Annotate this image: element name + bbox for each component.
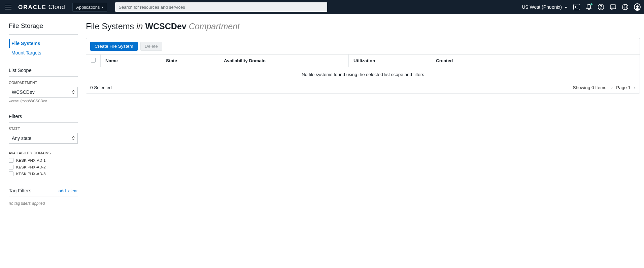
col-ad[interactable]: Availability Domain: [219, 54, 349, 67]
sidebar-item-file-systems[interactable]: File Systems: [9, 39, 79, 48]
state-select[interactable]: Any state: [9, 133, 78, 144]
svg-rect-3: [610, 5, 616, 9]
sidebar-item-mount-targets[interactable]: Mount Targets: [9, 48, 79, 58]
chevron-down-icon: [563, 4, 567, 10]
globe-icon[interactable]: [622, 4, 629, 10]
ad-filter-item: KESK:PHX-AD-2: [9, 164, 79, 170]
title-resource: File Systems: [86, 22, 134, 31]
notifications-icon[interactable]: [585, 4, 592, 10]
svg-point-2: [601, 8, 601, 9]
ad-filter-item: KESK:PHX-AD-3: [9, 170, 79, 177]
col-checkbox: [86, 54, 101, 67]
main-content: File Systems in WCSCDev Compartment Crea…: [79, 14, 644, 217]
filters-heading: Filters: [9, 114, 79, 119]
compartment-value: WCSCDev: [12, 89, 35, 95]
sidebar-title: File Storage: [9, 22, 79, 30]
selected-count: 0 Selected: [90, 85, 112, 90]
list-scope-section: List Scope COMPARTMENT WCSCDev wccoci (r…: [9, 68, 79, 103]
page-title: File Systems in WCSCDev Compartment: [86, 22, 640, 31]
col-state[interactable]: State: [161, 54, 219, 67]
search-input[interactable]: [115, 2, 327, 12]
separator: |: [66, 188, 67, 193]
menu-icon[interactable]: [5, 5, 11, 9]
ad-filter-item: KESK:PHX-AD-1: [9, 157, 79, 164]
file-systems-table: Name State Availability Domain Utilizati…: [86, 54, 640, 82]
tag-clear-link[interactable]: clear: [68, 188, 78, 193]
select-chevron-icon: [72, 90, 75, 94]
tag-add-link[interactable]: add: [59, 188, 66, 193]
chevron-right-icon: [101, 5, 103, 10]
help-icon[interactable]: [598, 4, 604, 10]
compartment-breadcrumb: wccoci (root)/WCSCDev: [9, 99, 79, 103]
ad-filter-list: KESK:PHX-AD-1 KESK:PHX-AD-2 KESK:PHX-AD-…: [9, 157, 79, 177]
empty-row: No file systems found using the selected…: [86, 67, 640, 82]
region-label: US West (Phoenix): [522, 4, 562, 10]
sidebar-item-label: File Systems: [11, 41, 40, 46]
profile-icon[interactable]: [634, 4, 641, 10]
pager: Showing 0 Items ‹ Page 1 ›: [573, 85, 636, 90]
next-page-button[interactable]: ›: [634, 85, 636, 90]
ad-checkbox[interactable]: [9, 171, 13, 176]
state-label: STATE: [9, 127, 79, 131]
applications-button[interactable]: Applications: [72, 3, 107, 12]
brand-light: Cloud: [48, 4, 65, 11]
select-chevron-icon: [72, 136, 75, 140]
state-value: Any state: [12, 136, 31, 141]
delete-button: Delete: [140, 42, 162, 51]
data-panel: Create File System Delete Name State Ava…: [86, 38, 640, 93]
list-scope-heading: List Scope: [9, 68, 79, 73]
col-util[interactable]: Utilization: [349, 54, 431, 67]
region-selector[interactable]: US West (Phoenix): [522, 4, 567, 10]
title-in: in: [136, 22, 143, 31]
ad-checkbox[interactable]: [9, 158, 13, 163]
showing-text: Showing 0 Items: [573, 85, 606, 90]
ad-option-label: KESK:PHX-AD-1: [16, 158, 46, 162]
compartment-label: COMPARTMENT: [9, 81, 79, 85]
tag-filters-heading: Tag Filters: [9, 188, 31, 193]
search-container: [115, 2, 327, 12]
chat-icon[interactable]: [610, 4, 616, 10]
select-all-checkbox[interactable]: [91, 58, 96, 63]
ad-checkbox[interactable]: [9, 165, 13, 169]
tag-filters-section: Tag Filters add|clear no tag filters app…: [9, 188, 79, 206]
ad-option-label: KESK:PHX-AD-3: [16, 172, 46, 176]
ad-label: AVAILABILITY DOMAINS: [9, 151, 79, 155]
compartment-select[interactable]: WCSCDev: [9, 87, 78, 98]
title-suffix: Compartment: [189, 22, 240, 31]
nav-icon-group: [573, 4, 641, 10]
filters-section: Filters STATE Any state AVAILABILITY DOM…: [9, 114, 79, 177]
tag-filters-empty: no tag filters applied: [9, 201, 79, 206]
col-name[interactable]: Name: [101, 54, 161, 67]
sidebar: File Storage File Systems Mount Targets …: [0, 14, 79, 217]
panel-footer: 0 Selected Showing 0 Items ‹ Page 1 ›: [86, 82, 640, 93]
prev-page-button[interactable]: ‹: [611, 85, 613, 90]
sidebar-item-label: Mount Targets: [11, 50, 41, 55]
cloud-shell-icon[interactable]: [573, 4, 580, 10]
ad-option-label: KESK:PHX-AD-2: [16, 165, 46, 169]
create-file-system-button[interactable]: Create File System: [90, 42, 138, 51]
applications-label: Applications: [76, 5, 100, 10]
title-compartment: WCSCDev: [145, 22, 186, 31]
page-indicator: Page 1: [616, 85, 631, 90]
panel-actions: Create File System Delete: [86, 38, 640, 54]
top-nav: ORACLE Cloud Applications US West (Phoen…: [0, 0, 644, 14]
sidebar-nav: File Systems Mount Targets: [9, 39, 79, 58]
brand-logo[interactable]: ORACLE Cloud: [18, 4, 65, 11]
brand-bold: ORACLE: [18, 4, 46, 11]
empty-message: No file systems found using the selected…: [86, 67, 640, 82]
col-created[interactable]: Created: [431, 54, 640, 67]
